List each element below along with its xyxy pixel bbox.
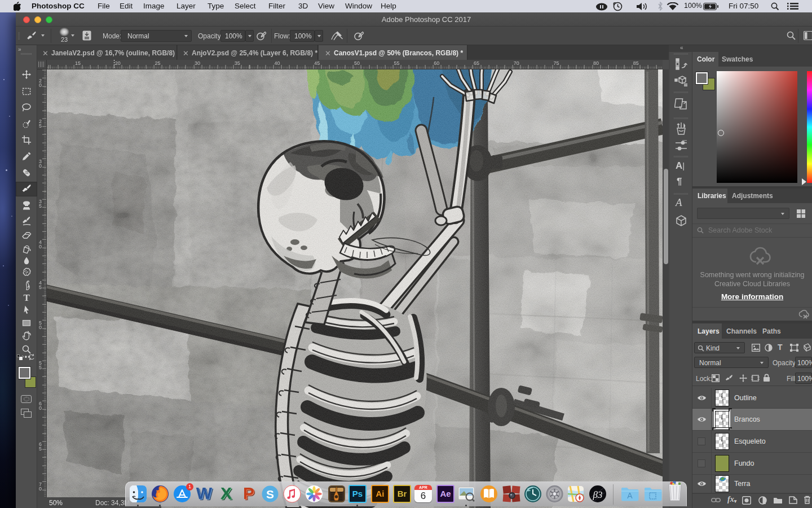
svg-text:S: S (266, 488, 274, 501)
svg-text:T: T (24, 292, 30, 303)
svg-text:A: A (627, 491, 633, 500)
svg-text:β3: β3 (593, 489, 603, 500)
